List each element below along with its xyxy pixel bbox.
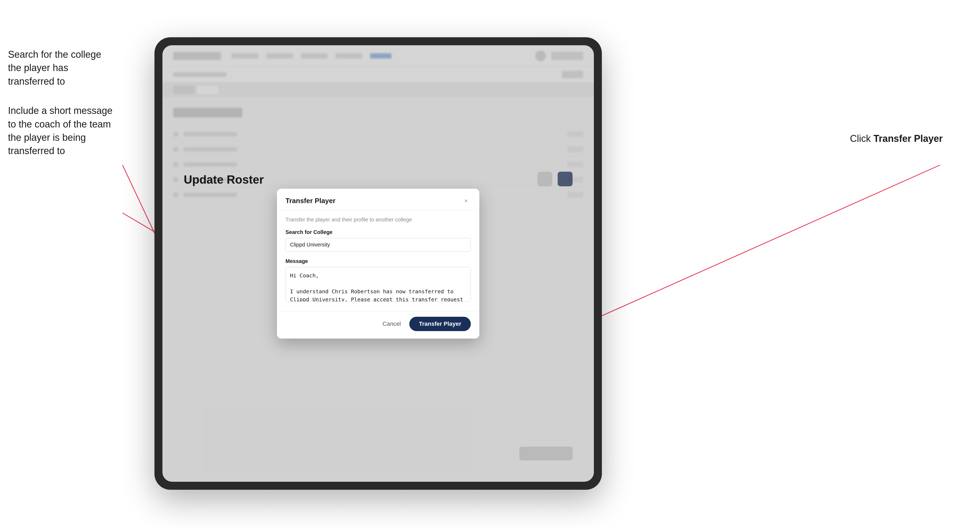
tablet-device: Update Roster Transfer Player × Transfer…: [154, 37, 602, 490]
svg-line-4: [546, 165, 940, 341]
annotation-left: Search for the college the player has tr…: [8, 48, 115, 158]
close-icon[interactable]: ×: [461, 196, 471, 206]
message-textarea[interactable]: [285, 267, 471, 302]
annotation-right: Click Transfer Player: [850, 133, 943, 144]
dialog-title: Transfer Player: [285, 197, 336, 205]
dialog-overlay: Transfer Player × Transfer the player an…: [162, 45, 594, 482]
annotation-search-text: Search for the college the player has tr…: [8, 49, 101, 87]
dialog-header: Transfer Player ×: [277, 189, 479, 210]
dialog-footer: Cancel Transfer Player: [277, 311, 479, 338]
cancel-button[interactable]: Cancel: [379, 321, 405, 327]
message-label: Message: [285, 258, 471, 264]
transfer-player-button[interactable]: Transfer Player: [409, 317, 471, 331]
dialog-body: Transfer the player and their profile to…: [277, 210, 479, 311]
tablet-screen: Update Roster Transfer Player × Transfer…: [162, 45, 594, 482]
college-search-input[interactable]: [285, 238, 471, 252]
annotation-message-text: Include a short message to the coach of …: [8, 105, 112, 156]
dialog-subtitle: Transfer the player and their profile to…: [285, 217, 471, 223]
annotation-right-prefix: Click: [850, 133, 873, 144]
annotation-right-bold: Transfer Player: [873, 133, 943, 144]
transfer-player-dialog: Transfer Player × Transfer the player an…: [277, 189, 479, 338]
college-label: Search for College: [285, 229, 471, 235]
